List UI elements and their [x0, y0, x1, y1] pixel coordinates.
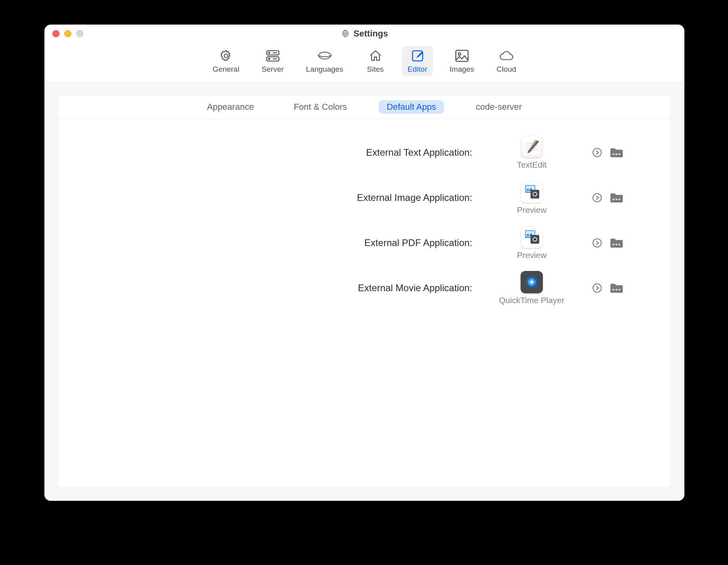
image-icon	[454, 49, 470, 63]
svg-rect-21	[619, 153, 620, 155]
row-label: External Text Application:	[58, 147, 472, 158]
svg-rect-20	[616, 153, 617, 155]
choose-app-button[interactable]	[609, 147, 625, 158]
textedit-icon	[521, 136, 543, 158]
tab-editor[interactable]: Editor	[402, 46, 433, 76]
subtab-default-apps[interactable]: Default Apps	[379, 100, 444, 114]
app-name: TextEdit	[517, 160, 547, 170]
minimize-button[interactable]	[64, 30, 71, 37]
titlebar: Settings	[44, 25, 684, 43]
choose-app-button[interactable]	[609, 237, 625, 249]
row-label: External PDF Application:	[58, 237, 472, 248]
subtab-appearance[interactable]: Appearance	[199, 100, 262, 114]
tab-sites[interactable]: Sites	[360, 46, 391, 76]
svg-rect-37	[613, 244, 614, 245]
svg-point-42	[530, 281, 533, 284]
default-apps-rows: External Text Application: TextEdit	[58, 119, 671, 322]
subtab-code-server[interactable]: code-server	[468, 100, 530, 114]
svg-rect-46	[619, 289, 620, 290]
window-controls	[52, 25, 83, 43]
app-name: Preview	[517, 205, 547, 215]
content-area: Appearance Font & Colors Default Apps co…	[44, 83, 684, 501]
svg-rect-39	[619, 244, 620, 245]
svg-point-43	[593, 284, 602, 292]
svg-point-0	[344, 32, 347, 35]
row-external-pdf: External PDF Application: Preview	[58, 220, 671, 265]
svg-rect-44	[613, 289, 614, 290]
svg-point-1	[224, 54, 228, 57]
tab-label: Cloud	[496, 65, 516, 74]
svg-rect-28	[613, 199, 614, 200]
editor-icon	[409, 49, 426, 63]
cloud-icon	[498, 49, 515, 63]
svg-point-4	[268, 52, 270, 53]
app-name: QuickTime Player	[499, 296, 565, 305]
reveal-button[interactable]	[591, 192, 603, 204]
svg-point-10	[458, 53, 461, 55]
close-button[interactable]	[52, 30, 59, 37]
row-label: External Movie Application:	[58, 282, 472, 294]
main-toolbar: General Server Languages Sites Editor	[44, 43, 684, 83]
window-title: Settings	[341, 29, 388, 39]
tab-label: Sites	[367, 65, 384, 74]
app-display: TextEdit	[480, 136, 583, 170]
tab-label: Languages	[306, 65, 343, 74]
settings-panel: Appearance Font & Colors Default Apps co…	[58, 95, 671, 487]
reveal-button[interactable]	[591, 147, 603, 158]
row-actions	[591, 147, 671, 158]
svg-rect-19	[613, 153, 614, 155]
svg-rect-30	[619, 199, 620, 200]
row-external-image: External Image Application: Preview	[58, 175, 671, 220]
subtab-font-colors[interactable]: Font & Colors	[286, 100, 355, 114]
tab-label: Images	[450, 65, 474, 74]
lips-icon	[316, 49, 333, 63]
app-display: Preview	[480, 181, 583, 215]
tab-languages[interactable]: Languages	[301, 46, 349, 76]
tab-images[interactable]: Images	[444, 46, 480, 76]
reveal-button[interactable]	[591, 237, 603, 249]
gear-icon	[218, 49, 234, 63]
sub-tabs: Appearance Font & Colors Default Apps co…	[58, 95, 671, 119]
maximize-button[interactable]	[76, 30, 83, 37]
app-name: Preview	[517, 250, 547, 260]
svg-point-26	[534, 193, 536, 195]
row-actions	[591, 282, 671, 294]
svg-rect-45	[616, 289, 617, 290]
preview-icon	[521, 226, 543, 248]
row-external-text: External Text Application: TextEdit	[58, 130, 671, 175]
house-icon	[367, 49, 384, 63]
tab-general[interactable]: General	[207, 46, 245, 76]
choose-app-button[interactable]	[609, 192, 625, 204]
row-label: External Image Application:	[58, 192, 472, 203]
svg-point-36	[593, 239, 602, 247]
app-display: Preview	[480, 226, 583, 260]
svg-point-18	[593, 149, 602, 157]
settings-window: Settings General Server Languages Sit	[44, 25, 684, 501]
row-actions	[591, 192, 671, 204]
svg-point-35	[534, 238, 536, 241]
tab-label: Server	[262, 65, 284, 74]
svg-rect-9	[456, 50, 468, 61]
row-actions	[591, 237, 671, 249]
quicktime-icon	[521, 271, 543, 293]
server-icon	[264, 49, 281, 63]
reveal-button[interactable]	[591, 282, 603, 294]
tab-label: General	[213, 65, 239, 74]
svg-point-5	[268, 58, 270, 59]
choose-app-button[interactable]	[609, 282, 625, 294]
row-external-movie: External Movie Application: QuickTime Pl…	[58, 265, 671, 311]
svg-rect-38	[616, 244, 617, 245]
window-title-text: Settings	[354, 29, 388, 39]
gear-icon	[341, 29, 350, 38]
tab-cloud[interactable]: Cloud	[491, 46, 522, 76]
app-display: QuickTime Player	[480, 271, 583, 305]
preview-icon	[521, 181, 543, 203]
tab-server[interactable]: Server	[256, 46, 289, 76]
svg-point-27	[593, 194, 602, 202]
svg-rect-29	[616, 199, 617, 200]
tab-label: Editor	[408, 65, 427, 74]
